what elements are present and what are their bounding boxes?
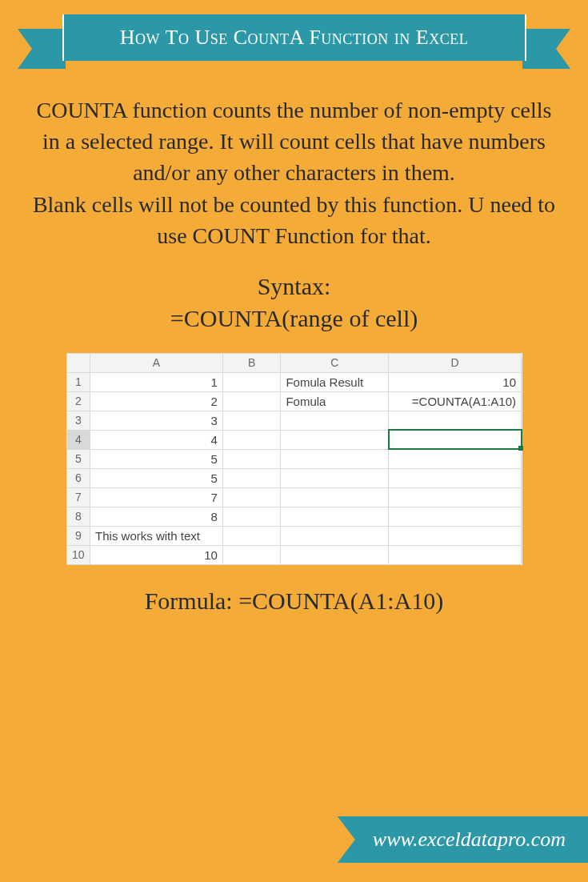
syntax-label: Syntax: (0, 271, 588, 303)
cell-d8 (389, 507, 522, 526)
cell-b2 (222, 391, 281, 411)
cell-c4 (281, 430, 389, 449)
cell-a3: 3 (90, 411, 223, 430)
cell-a10: 10 (90, 545, 223, 564)
row-header: 6 (66, 468, 90, 487)
cell-b5 (222, 449, 281, 468)
row-header: 9 (66, 526, 90, 545)
col-header-a: A (90, 353, 223, 372)
cell-a4: 4 (90, 430, 223, 449)
table-row: 4 4 (66, 430, 522, 449)
table-row: 7 7 (66, 487, 522, 507)
excel-screenshot: A B C D 1 1 Fomula Result 10 2 2 Fomula … (66, 353, 522, 565)
col-header-d: D (389, 353, 522, 372)
ribbon-tail-right (522, 29, 570, 69)
cell-c9 (281, 526, 389, 545)
table-row: 8 8 (66, 507, 522, 526)
table-row: 3 3 (66, 411, 522, 430)
cell-d2: =COUNTA(A1:A10) (389, 391, 522, 411)
ribbon-tail-left (18, 29, 66, 69)
para-1: COUNTA function counts the number of non… (32, 94, 556, 189)
cell-b10 (222, 545, 281, 564)
footer-url-ribbon: www.exceldatapro.com (338, 816, 588, 863)
cell-c2: Fomula (281, 391, 389, 411)
cell-d1: 10 (389, 372, 522, 391)
cell-a6: 5 (90, 468, 223, 487)
cell-b6 (222, 468, 281, 487)
syntax-block: Syntax: =COUNTA(range of cell) (0, 271, 588, 335)
row-header-active: 4 (66, 430, 90, 449)
cell-c5 (281, 449, 389, 468)
cell-d6 (389, 468, 522, 487)
cell-c1: Fomula Result (281, 372, 389, 391)
excel-header-row: A B C D (66, 353, 522, 372)
title-ribbon: How To Use CountA Function in Excel (0, 0, 588, 70)
row-header: 10 (66, 545, 90, 564)
page-title: How To Use CountA Function in Excel (62, 14, 526, 61)
cell-a5: 5 (90, 449, 223, 468)
cell-b7 (222, 487, 281, 507)
col-header-b: B (222, 353, 281, 372)
cell-b4 (222, 430, 281, 449)
cell-b1 (222, 372, 281, 391)
cell-c10 (281, 545, 389, 564)
col-header-c: C (281, 353, 389, 372)
syntax-value: =COUNTA(range of cell) (0, 303, 588, 335)
cell-b8 (222, 507, 281, 526)
cell-a9: This works with text (90, 526, 223, 545)
cell-c7 (281, 487, 389, 507)
table-row: 9 This works with text (66, 526, 522, 545)
table-row: 6 5 (66, 468, 522, 487)
description-text: COUNTA function counts the number of non… (32, 94, 556, 251)
row-header: 2 (66, 391, 90, 411)
cell-d3 (389, 411, 522, 430)
cell-d5 (389, 449, 522, 468)
cell-d4-selected (389, 430, 522, 449)
row-header: 5 (66, 449, 90, 468)
cell-c8 (281, 507, 389, 526)
cell-d10 (389, 545, 522, 564)
cell-d9 (389, 526, 522, 545)
cell-c6 (281, 468, 389, 487)
cell-c3 (281, 411, 389, 430)
row-header: 3 (66, 411, 90, 430)
cell-a1: 1 (90, 372, 223, 391)
row-header: 7 (66, 487, 90, 507)
select-all-corner (66, 353, 90, 372)
table-row: 10 10 (66, 545, 522, 564)
row-header: 8 (66, 507, 90, 526)
table-row: 5 5 (66, 449, 522, 468)
row-header: 1 (66, 372, 90, 391)
table-row: 2 2 Fomula =COUNTA(A1:A10) (66, 391, 522, 411)
cell-b9 (222, 526, 281, 545)
cell-a2: 2 (90, 391, 223, 411)
formula-example: Formula: =COUNTA(A1:A10) (0, 587, 588, 615)
para-2: Blank cells will not be counted by this … (32, 189, 556, 251)
table-row: 1 1 Fomula Result 10 (66, 372, 522, 391)
infographic-page: How To Use CountA Function in Excel COUN… (0, 0, 588, 882)
cell-d7 (389, 487, 522, 507)
cell-a7: 7 (90, 487, 223, 507)
cell-b3 (222, 411, 281, 430)
cell-a8: 8 (90, 507, 223, 526)
